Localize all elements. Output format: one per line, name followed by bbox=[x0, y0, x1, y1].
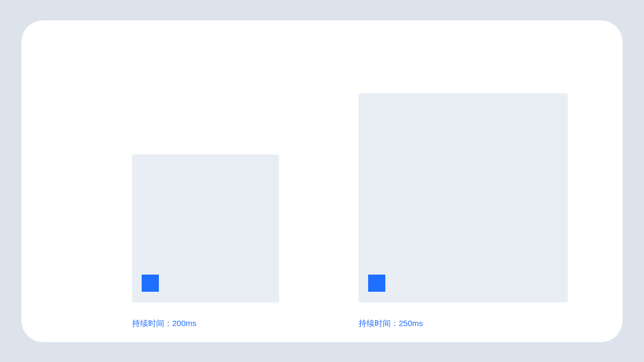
duration-value: 200ms bbox=[172, 319, 196, 328]
duration-value: 250ms bbox=[399, 319, 423, 328]
duration-prefix: 持续时间： bbox=[132, 319, 172, 328]
animated-square bbox=[142, 275, 159, 292]
content-card: 持续时间：200ms 持续时间：250ms bbox=[21, 20, 623, 342]
duration-label-left: 持续时间：200ms bbox=[132, 319, 196, 329]
duration-prefix: 持续时间： bbox=[358, 319, 399, 328]
animation-panel-large bbox=[358, 93, 568, 302]
duration-label-right: 持续时间：250ms bbox=[358, 319, 423, 329]
animated-square bbox=[368, 275, 385, 292]
animation-panel-small bbox=[132, 154, 279, 302]
